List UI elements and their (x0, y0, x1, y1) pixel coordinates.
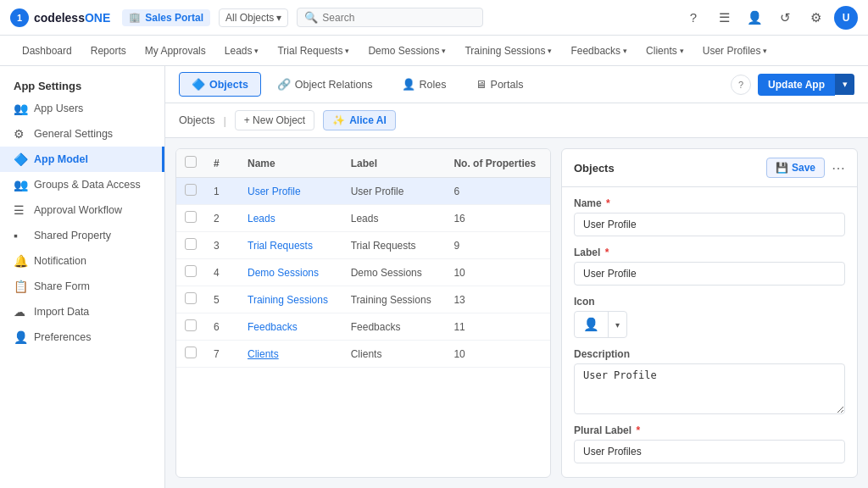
row-name[interactable]: Leads (239, 205, 342, 232)
user-icon[interactable]: 👤 (743, 6, 766, 30)
sidebar-item-approval-workflow[interactable]: ☰ Approval Workflow (0, 197, 164, 223)
sidebar-item-shared-property[interactable]: ▪ Shared Property (0, 223, 164, 248)
row-checkbox[interactable] (185, 265, 197, 277)
all-objects-dropdown[interactable]: All Objects ▾ (219, 8, 288, 27)
brand-name: codelessONE (34, 11, 110, 25)
row-name[interactable]: Training Sessions (239, 286, 342, 313)
name-input[interactable] (574, 213, 845, 236)
general-settings-icon: ⚙ (14, 127, 27, 141)
nav-feedbacks[interactable]: Feedbacks ▾ (562, 42, 636, 60)
row-properties: 11 (445, 313, 550, 341)
sidebar-item-label: Shared Property (34, 230, 111, 241)
settings-icon[interactable]: ⚙ (804, 6, 827, 30)
table-row[interactable]: 5 Training Sessions Training Sessions 13 (176, 286, 550, 313)
approval-icon: ☰ (14, 203, 27, 217)
sidebar-item-notification[interactable]: 🔔 Notification (0, 248, 164, 274)
row-number: 6 (205, 313, 239, 341)
update-app-dropdown-btn[interactable]: ▾ (835, 74, 854, 95)
nav-clients[interactable]: Clients ▾ (637, 42, 693, 60)
nav-user-profiles[interactable]: User Profiles ▾ (694, 42, 776, 60)
update-app-button[interactable]: Update App ▾ (758, 74, 854, 96)
right-panel-title: Objects (574, 162, 615, 175)
save-button[interactable]: 💾 Save (766, 158, 825, 178)
tab-objects[interactable]: 🔷 Objects (179, 72, 261, 97)
row-checkbox[interactable] (185, 211, 197, 223)
table-row[interactable]: 3 Trial Requests Trial Requests 9 (176, 232, 550, 259)
plural-required-indicator: * (636, 424, 640, 436)
sidebar-item-general-settings[interactable]: ⚙ General Settings (0, 121, 164, 147)
new-object-button[interactable]: + New Object (235, 110, 314, 130)
more-options-button[interactable]: ⋯ (832, 160, 845, 176)
row-name[interactable]: Trial Requests (239, 232, 342, 259)
content-area: 🔷 Objects 🔗 Object Relations 👤 Roles 🖥 P… (165, 66, 868, 488)
row-name[interactable]: Clients (239, 341, 342, 368)
row-checkbox[interactable] (185, 319, 197, 331)
nav-dashboard[interactable]: Dashboard (14, 42, 81, 60)
col-checkbox (176, 149, 205, 178)
toolbar: Objects | + New Object ✨ Alice AI (165, 103, 868, 138)
nav-my-approvals[interactable]: My Approvals (136, 42, 214, 60)
menu-icon[interactable]: ☰ (712, 6, 736, 30)
refresh-icon[interactable]: ↺ (773, 6, 797, 30)
sidebar-item-groups-data-access[interactable]: 👥 Groups & Data Access (0, 172, 164, 197)
save-icon: 💾 (776, 162, 788, 174)
sidebar-item-app-users[interactable]: 👥 App Users (0, 96, 164, 121)
row-label: Demo Sessions (342, 259, 446, 286)
row-checkbox[interactable] (185, 238, 197, 250)
help-icon[interactable]: ? (682, 6, 705, 30)
objects-breadcrumb[interactable]: Objects (179, 114, 214, 126)
label-input[interactable] (574, 262, 845, 286)
sidebar-item-share-form[interactable]: 📋 Share Form (0, 274, 164, 299)
update-app-main-btn[interactable]: Update App (758, 74, 835, 96)
sales-portal-badge[interactable]: 🏢 Sales Portal (122, 9, 210, 26)
tabs-bar: 🔷 Objects 🔗 Object Relations 👤 Roles 🖥 P… (165, 66, 868, 103)
icon-selector[interactable]: 👤 ▾ (574, 311, 627, 338)
icon-field-group: Icon 👤 ▾ (574, 296, 845, 338)
sidebar-item-preferences[interactable]: 👤 Preferences (0, 324, 164, 350)
tab-roles[interactable]: 👤 Roles (389, 72, 459, 97)
nav-trial-requests[interactable]: Trial Requests ▾ (269, 42, 358, 60)
table-header-row: # Name Label No. of Properties (176, 149, 550, 178)
tab-portals[interactable]: 🖥 Portals (463, 72, 537, 97)
dropdown-arrow-icon: ▾ (276, 12, 281, 24)
avatar[interactable]: U (834, 6, 858, 30)
row-name[interactable]: Feedbacks (239, 313, 342, 341)
table-row[interactable]: 1 User Profile User Profile 6 (176, 178, 550, 205)
search-icon: 🔍 (304, 11, 318, 24)
alice-ai-button[interactable]: ✨ Alice AI (323, 110, 396, 130)
row-name[interactable]: Demo Sessions (239, 259, 342, 286)
row-properties: 10 (445, 341, 550, 368)
nav-demo-sessions[interactable]: Demo Sessions ▾ (359, 42, 454, 60)
table-row[interactable]: 7 Clients Clients 10 (176, 341, 550, 368)
top-bar: 1 codelessONE 🏢 Sales Portal All Objects… (0, 0, 868, 36)
search-bar[interactable]: 🔍 (297, 8, 483, 27)
table-row[interactable]: 6 Feedbacks Feedbacks 11 (176, 313, 550, 341)
nav-training-sessions[interactable]: Training Sessions ▾ (456, 42, 560, 60)
row-name[interactable]: User Profile (239, 178, 342, 205)
table-row[interactable]: 4 Demo Sessions Demo Sessions 10 (176, 259, 550, 286)
sidebar-item-import-data[interactable]: ☁ Import Data (0, 299, 164, 324)
top-icons: ? ☰ 👤 ↺ ⚙ U (682, 6, 858, 30)
tab-actions: ? Update App ▾ (731, 74, 854, 96)
row-number: 3 (205, 232, 239, 259)
search-input[interactable] (322, 12, 476, 24)
icon-dropdown-arrow[interactable]: ▾ (609, 315, 626, 335)
panel-help-icon[interactable]: ? (731, 75, 751, 95)
table-row[interactable]: 2 Leads Leads 16 (176, 205, 550, 232)
nav-reports[interactable]: Reports (82, 42, 135, 60)
name-label: Name * (574, 197, 845, 209)
objects-tab-icon: 🔷 (192, 78, 205, 91)
row-checkbox[interactable] (185, 184, 197, 196)
description-textarea[interactable]: User Profile (574, 363, 845, 414)
row-number: 5 (205, 286, 239, 313)
row-checkbox[interactable] (185, 347, 197, 358)
user-profiles-arrow-icon: ▾ (763, 47, 767, 55)
tab-object-relations[interactable]: 🔗 Object Relations (264, 72, 386, 97)
plural-label-input[interactable] (574, 440, 845, 463)
description-field-group: Description User Profile (574, 348, 845, 414)
select-all-checkbox[interactable] (185, 156, 197, 168)
sidebar-item-app-model[interactable]: 🔷 App Model (0, 147, 164, 172)
nav-leads[interactable]: Leads ▾ (216, 42, 268, 60)
toolbar-separator: | (223, 114, 225, 127)
row-checkbox[interactable] (185, 292, 197, 304)
